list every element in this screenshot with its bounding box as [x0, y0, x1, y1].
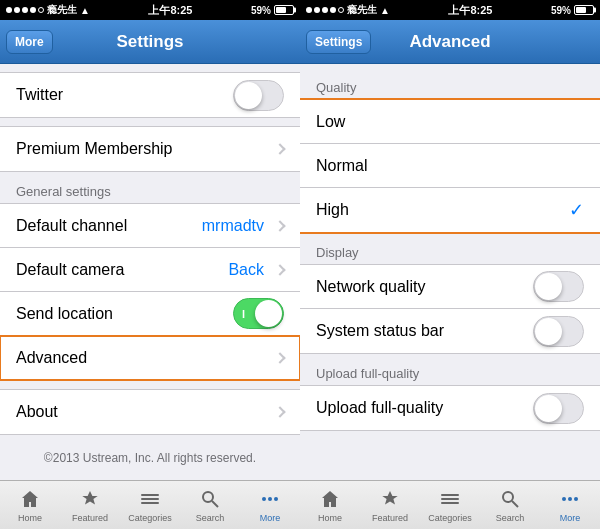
- twitter-label: Twitter: [16, 86, 63, 104]
- system-status-toggle[interactable]: [533, 316, 584, 347]
- tab-more-left[interactable]: More: [240, 483, 300, 527]
- upload-section: Upload full-quality: [300, 385, 600, 431]
- left-nav-title: Settings: [116, 32, 183, 52]
- tab-categories-label-right: Categories: [428, 513, 472, 523]
- right-carrier-name: 瘾先生: [347, 3, 377, 17]
- send-location-toggle[interactable]: I: [233, 298, 284, 329]
- system-status-row[interactable]: System status bar: [300, 309, 600, 353]
- left-phone-panel: 瘾先生 ▲ 上午8:25 59% More Settings Twitter: [0, 0, 300, 529]
- more-icon-right: [558, 487, 582, 511]
- battery-icon: [274, 5, 294, 15]
- default-camera-chevron: [274, 264, 285, 275]
- signal-dot-1: [6, 7, 12, 13]
- upload-section-header: Upload full-quality: [300, 358, 600, 385]
- battery-percent: 59%: [251, 5, 271, 16]
- low-row[interactable]: Low: [300, 100, 600, 144]
- high-checkmark: ✓: [569, 199, 584, 221]
- upload-fullquality-row[interactable]: Upload full-quality: [300, 386, 600, 430]
- twitter-toggle-thumb: [235, 82, 262, 109]
- rline3: [441, 502, 459, 504]
- featured-icon-right: [378, 487, 402, 511]
- home-icon: [18, 487, 42, 511]
- system-status-label: System status bar: [316, 322, 444, 340]
- send-location-label: Send location: [16, 305, 113, 323]
- system-status-thumb: [535, 318, 562, 345]
- right-nav-title: Advanced: [409, 32, 490, 52]
- dot1: [262, 497, 266, 501]
- rline1: [441, 494, 459, 496]
- carrier-name: 瘾先生: [47, 3, 77, 17]
- right-signal-dot-1: [306, 7, 312, 13]
- categories-icon-left: [138, 487, 162, 511]
- upload-fullquality-label: Upload full-quality: [316, 399, 443, 417]
- svg-line-3: [512, 501, 518, 507]
- premium-row[interactable]: Premium Membership: [0, 127, 300, 171]
- right-signal-dot-3: [322, 7, 328, 13]
- tab-more-label-left: More: [260, 513, 281, 523]
- network-quality-row[interactable]: Network quality: [300, 265, 600, 309]
- twitter-toggle[interactable]: [233, 80, 284, 111]
- display-section-header: Display: [300, 237, 600, 264]
- right-signal-dot-4: [330, 7, 336, 13]
- high-row[interactable]: High ✓: [300, 188, 600, 232]
- wifi-icon: ▲: [80, 5, 90, 16]
- advanced-chevron: [274, 352, 285, 363]
- left-status-left: 瘾先生 ▲: [6, 3, 90, 17]
- right-battery-icon: [574, 5, 594, 15]
- tab-search-left[interactable]: Search: [180, 483, 240, 527]
- premium-label: Premium Membership: [16, 140, 172, 158]
- tab-featured-right[interactable]: Featured: [360, 483, 420, 527]
- right-back-button[interactable]: Settings: [306, 30, 371, 54]
- rline2: [441, 498, 459, 500]
- network-quality-toggle[interactable]: [533, 271, 584, 302]
- tab-home-right[interactable]: Home: [300, 483, 360, 527]
- svg-line-1: [212, 501, 218, 507]
- normal-label: Normal: [316, 157, 368, 175]
- advanced-label: Advanced: [16, 349, 87, 367]
- general-section-header: General settings: [0, 176, 300, 203]
- home-icon-right: [318, 487, 342, 511]
- right-status-left: 瘾先生 ▲: [306, 3, 390, 17]
- right-signal-dot-5: [338, 7, 344, 13]
- default-camera-row[interactable]: Default camera Back: [0, 248, 300, 292]
- svg-point-2: [503, 492, 513, 502]
- signal-dot-5: [38, 7, 44, 13]
- right-tab-bar: Home Featured Categories Search: [300, 480, 600, 529]
- send-location-row[interactable]: Send location I: [0, 292, 300, 336]
- twitter-section: Twitter: [0, 72, 300, 118]
- right-phone-panel: 瘾先生 ▲ 上午8:25 59% Settings Advanced Quali…: [300, 0, 600, 529]
- quality-section: Low Normal High ✓: [300, 99, 600, 233]
- left-content: Twitter Premium Membership General setti…: [0, 64, 300, 480]
- high-label: High: [316, 201, 349, 219]
- tab-featured-left[interactable]: Featured: [60, 483, 120, 527]
- default-channel-label: Default channel: [16, 217, 127, 235]
- twitter-row[interactable]: Twitter: [0, 73, 300, 117]
- tab-search-right[interactable]: Search: [480, 483, 540, 527]
- upload-fullquality-toggle[interactable]: [533, 393, 584, 424]
- left-back-button[interactable]: More: [6, 30, 53, 54]
- line1: [141, 494, 159, 496]
- dot3: [274, 497, 278, 501]
- footer-text: ©2013 Ustream, Inc. All rights reserved.: [0, 435, 300, 480]
- tab-home-left[interactable]: Home: [0, 483, 60, 527]
- tab-more-right[interactable]: More: [540, 483, 600, 527]
- about-section: About: [0, 389, 300, 435]
- default-channel-row[interactable]: Default channel mrmadtv: [0, 204, 300, 248]
- line2: [141, 498, 159, 500]
- premium-section: Premium Membership: [0, 126, 300, 172]
- tab-categories-right[interactable]: Categories: [420, 483, 480, 527]
- signal-dot-3: [22, 7, 28, 13]
- right-battery-percent: 59%: [551, 5, 571, 16]
- tab-search-label-right: Search: [496, 513, 525, 523]
- tab-categories-label-left: Categories: [128, 513, 172, 523]
- tab-categories-left[interactable]: Categories: [120, 483, 180, 527]
- tab-home-label-left: Home: [18, 513, 42, 523]
- quality-section-header: Quality: [300, 72, 600, 99]
- right-signal-dots: [306, 7, 344, 13]
- normal-row[interactable]: Normal: [300, 144, 600, 188]
- tab-featured-label-left: Featured: [72, 513, 108, 523]
- about-chevron: [274, 406, 285, 417]
- about-row[interactable]: About: [0, 390, 300, 434]
- advanced-row[interactable]: Advanced: [0, 336, 300, 380]
- default-channel-value: mrmadtv: [202, 217, 264, 235]
